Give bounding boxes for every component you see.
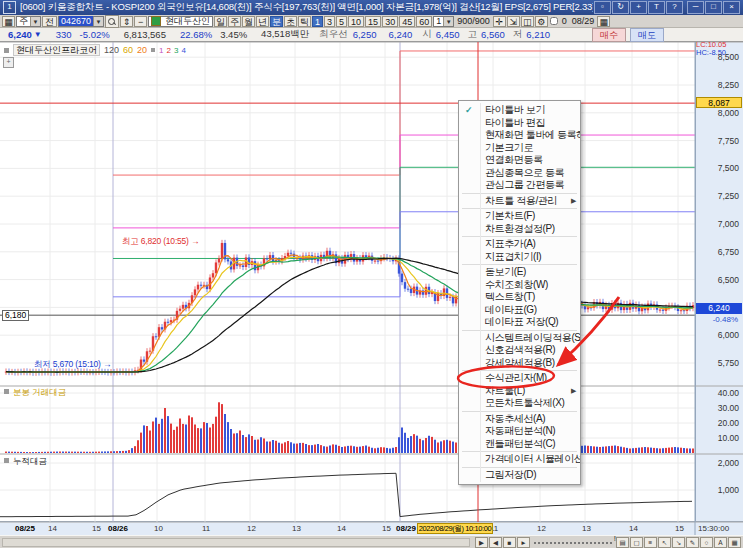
menu-item[interactable]: 연결화면등록 [459,154,580,167]
menu-item[interactable]: 타이틀바 편집 [459,117,580,130]
menu-item[interactable]: 현재화면 툴바에 등록하기 [459,129,580,142]
titlebar-tool-icon[interactable]: ? [666,1,683,14]
menu-item[interactable]: 자동추세선(A) [459,413,580,426]
calendar-icon[interactable]: ▦ [597,16,610,27]
menu-item[interactable]: 데이타표 저장(Q) [459,316,580,329]
menu-item[interactable]: 지표겹치기(I) [459,251,580,264]
interval-button[interactable]: 3 [324,16,335,27]
menu-item[interactable]: 가격데이터 시뮬레이션(S) [459,453,580,466]
sell-button[interactable]: 매도 [630,28,664,42]
drawing-tool-icon[interactable]: ✎ [686,537,699,548]
current-stock-button[interactable]: 현대두산인 [148,16,213,27]
drawing-tool-icon[interactable]: ≡ [644,537,657,548]
menu-item[interactable]: 그림저장(D) [459,469,580,482]
drawing-tool-icon[interactable]: ↖ [658,537,671,548]
titlebar-tool-icon[interactable]: T [648,1,665,14]
best-bid: 6,240 [388,29,412,40]
menu-item[interactable]: ✓타이틀바 보기 [459,104,580,117]
menu-separator [462,264,577,265]
search-icon[interactable] [105,15,119,28]
period-button[interactable]: 년 [256,16,269,27]
playback-button[interactable]: ► [517,537,530,548]
axis-tick: 10.00 [695,433,739,443]
status-bar: ▶◀■► ! ▤▢≡↖↘✎○A▦ [0,535,743,548]
period-button[interactable]: 틱 [298,16,311,27]
menu-item[interactable]: 캔들패턴분석(C) [459,438,580,451]
high-label: 고 [468,28,478,41]
period-button[interactable]: 초 [284,16,297,27]
drawing-tool-icon[interactable]: ▦ [728,537,741,548]
menu-item-formula-manager[interactable]: 수식관리자(M) [459,372,580,385]
menu-item[interactable]: 모든차트툴삭제(X) [459,397,580,410]
menu-item[interactable]: 차트툴(L)▶ [459,385,580,398]
menu-item[interactable]: 신호검색적용(R) [459,344,580,357]
interval-button[interactable]: 1 [312,16,323,27]
menu-item[interactable]: 데이타표(G) [459,304,580,317]
buy-button[interactable]: 매수 [592,28,626,42]
axis-tick: 30.00 [695,403,739,413]
updown-arrows-icon[interactable]: ⇕ [120,16,133,27]
menu-item[interactable]: 자동패턴분석(N) [459,425,580,438]
playback-button[interactable]: ▶ [475,537,488,548]
prev-stock-button[interactable]: 전 [42,16,57,27]
axis-tick: 20.00 [695,418,739,428]
menu-item[interactable]: 지표추가(A) [459,238,580,251]
pane-marker-icon [4,389,9,394]
menu-item[interactable]: 기본차트(F) [459,210,580,223]
pane-expand-icon[interactable]: + [3,57,14,68]
drawing-tool-icon[interactable]: ↘ [672,537,685,548]
interval-button[interactable]: 60 [416,16,432,27]
minus-icon[interactable]: − [134,16,147,27]
horizontal-scrollbar[interactable] [2,538,470,547]
current-price: 6,240 [8,29,32,40]
menu-item[interactable]: 돋보기(E) [459,266,580,279]
maximize-icon[interactable]: □ [705,1,722,14]
chart-type-select[interactable]: 주▼ [16,16,41,27]
drawing-tool-icon[interactable]: ○ [700,537,713,548]
menu-item[interactable]: 기본크기로 [459,142,580,155]
interval-button[interactable]: 10 [348,16,364,27]
menu-item[interactable]: 수치조회창(W) [459,279,580,292]
playback-button[interactable]: ■ [503,537,516,548]
screen-split-icon[interactable]: ▦ [2,16,15,27]
zoom-out-icon[interactable]: ✛ [493,16,506,27]
auto-checkbox[interactable] [550,17,558,25]
period-button[interactable]: 일 [214,16,227,27]
titlebar-tool-icon[interactable]: ▫ [594,1,611,14]
menu-item[interactable]: 관심그룹 간편등록 [459,179,580,192]
zoom-slider[interactable]: ! [534,537,612,544]
close-icon[interactable]: × [723,1,740,14]
interval-button[interactable]: 45 [399,16,415,27]
menu-item[interactable]: 차트틀 적용/관리▶ [459,195,580,208]
stock-code-input[interactable]: 042670▼ [58,16,104,27]
minimize-icon[interactable]: ─ [687,1,704,14]
period-button[interactable]: 월 [242,16,255,27]
menu-item[interactable]: 관심종목으로 등록 [459,167,580,180]
ref-price-label: 6,180 [2,310,29,321]
interval-button[interactable]: 30 [382,16,398,27]
chart-canvas[interactable] [0,42,743,535]
settings-gear-icon[interactable]: ⚙ [535,16,548,27]
playback-button[interactable]: ◀ [489,537,502,548]
axis-tick: 6,750 [695,247,739,257]
menu-item[interactable]: 텍스트창(T) [459,291,580,304]
menu-item[interactable]: 시스템트레이딩적용(S) [459,332,580,345]
drawing-tool-icon[interactable]: ▢ [630,537,643,548]
high-price: 6,560 [481,29,505,40]
zoom-fit-icon[interactable]: ⇲ [507,16,520,27]
drawing-tool-icon[interactable]: A [714,537,727,548]
menu-item[interactable]: 차트환경설정(P) [459,223,580,236]
menu-item[interactable]: 강세약세적용(B) [459,357,580,370]
save-chart-icon[interactable]: ◫ [521,16,534,27]
low-label: 저 [513,28,523,41]
interval-select[interactable]: 1▼ [433,16,454,27]
period-button[interactable]: 주 [228,16,241,27]
interval-button[interactable]: 15 [365,16,381,27]
period-button[interactable]: 분 [270,16,283,27]
drawing-tool-icon[interactable]: ▤ [616,537,629,548]
interval-button[interactable]: 5 [336,16,347,27]
axis-tick: 40.00 [695,388,739,398]
open-price: 6,450 [436,29,460,40]
titlebar-tool-icon[interactable]: + [630,1,647,14]
titlebar-tool-icon[interactable]: ↻ [612,1,629,14]
